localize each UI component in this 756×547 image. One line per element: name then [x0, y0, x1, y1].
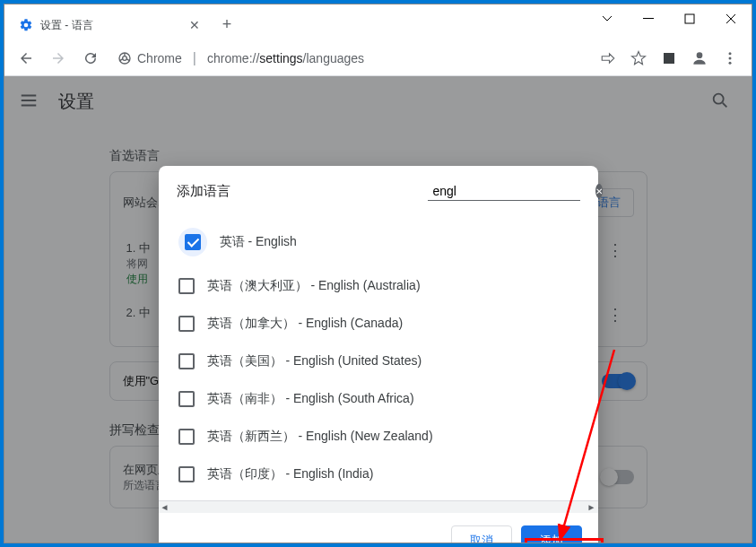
svg-rect-0	[643, 18, 654, 19]
menu-kebab-icon[interactable]	[716, 44, 744, 73]
profile-avatar-icon[interactable]	[685, 44, 714, 73]
svg-rect-1	[685, 14, 694, 23]
cancel-button[interactable]: 取消	[451, 525, 512, 543]
language-label: 英语（印度） - English (India)	[207, 466, 374, 482]
titlebar: 设置 - 语言 ✕ +	[4, 4, 752, 40]
svg-point-6	[729, 52, 732, 55]
language-option[interactable]: 英语（南非） - English (South Africa)	[171, 380, 598, 418]
language-label: 英语（美国） - English (United States)	[207, 353, 422, 369]
language-option[interactable]: 英语（新西兰） - English (New Zealand)	[171, 418, 598, 456]
horizontal-scrollbar[interactable]: ◄►	[159, 500, 598, 513]
close-window-button[interactable]	[710, 4, 752, 33]
url-text: chrome://settings/languages	[207, 51, 364, 65]
add-language-dialog: 添加语言 ✕ 英语 - English英语（澳大利亚） - English (A…	[159, 166, 598, 543]
checkbox[interactable]	[178, 429, 195, 445]
language-option[interactable]: 英语（澳大利亚） - English (Australia)	[171, 267, 598, 305]
language-search[interactable]: ✕	[428, 182, 580, 201]
svg-point-5	[697, 52, 703, 58]
bookmark-star-icon[interactable]	[624, 44, 653, 73]
browser-tab[interactable]: 设置 - 语言 ✕	[12, 10, 209, 40]
chrome-icon	[117, 51, 132, 65]
gear-icon	[19, 18, 33, 32]
language-label: 英语（南非） - English (South Africa)	[207, 391, 414, 407]
add-button[interactable]: 添加	[521, 525, 582, 543]
tab-close-icon[interactable]: ✕	[187, 18, 202, 32]
extensions-icon[interactable]	[655, 44, 683, 73]
window-controls	[587, 4, 752, 33]
chevron-down-icon[interactable]	[587, 4, 628, 33]
language-option[interactable]: 英语（美国） - English (United States)	[171, 343, 598, 380]
maximize-button[interactable]	[669, 4, 710, 33]
checkbox[interactable]	[178, 278, 195, 294]
browser-toolbar: Chrome | chrome://settings/languages	[4, 40, 752, 76]
new-tab-button[interactable]: +	[214, 12, 239, 37]
reload-button[interactable]	[76, 44, 105, 73]
language-option[interactable]: 英语（印度） - English (India)	[171, 456, 598, 493]
language-label: 英语（新西兰） - English (New Zealand)	[207, 429, 433, 445]
dialog-title: 添加语言	[177, 183, 230, 200]
back-button[interactable]	[12, 44, 40, 73]
svg-point-8	[729, 61, 732, 64]
clear-search-icon[interactable]: ✕	[595, 184, 603, 198]
checkbox[interactable]	[178, 391, 195, 407]
site-chip[interactable]: Chrome	[117, 51, 182, 65]
language-label: 英语（澳大利亚） - English (Australia)	[207, 278, 421, 294]
language-label: 英语（加拿大） - English (Canada)	[207, 316, 404, 332]
svg-point-3	[123, 56, 127, 60]
minimize-button[interactable]	[628, 4, 669, 33]
checkbox[interactable]	[178, 466, 195, 482]
forward-button[interactable]	[44, 44, 73, 73]
language-list[interactable]: 英语 - English英语（澳大利亚） - English (Australi…	[159, 210, 598, 500]
page-content: 设置 首选语言 网站会尽可 添加语言 1. 中 将网 使用 ⋮	[4, 76, 752, 543]
checkbox[interactable]	[185, 234, 201, 250]
svg-rect-4	[664, 53, 674, 64]
language-label: 英语 - English	[220, 234, 297, 250]
language-option[interactable]: 英语（加拿大） - English (Canada)	[171, 305, 598, 343]
share-icon[interactable]	[594, 44, 622, 73]
url-host: Chrome	[137, 51, 182, 65]
language-option[interactable]: 英语 - English	[171, 217, 598, 267]
tab-title: 设置 - 语言	[40, 18, 187, 33]
language-search-input[interactable]	[433, 184, 590, 198]
checkbox[interactable]	[178, 316, 195, 332]
address-bar[interactable]: Chrome | chrome://settings/languages	[109, 45, 590, 72]
checkbox[interactable]	[178, 353, 195, 369]
svg-point-7	[729, 56, 732, 59]
